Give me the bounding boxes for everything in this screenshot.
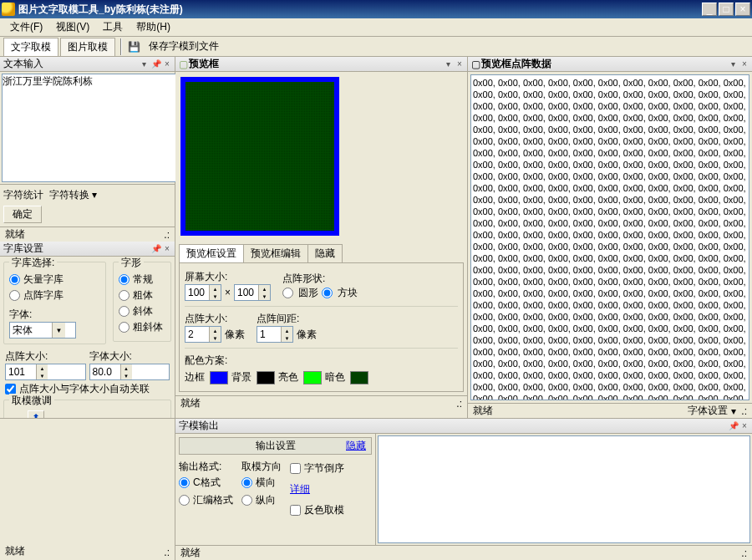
radio-bold[interactable] (119, 290, 130, 301)
font-combo-input[interactable] (10, 324, 52, 336)
detail-link[interactable]: 详细 (290, 482, 344, 496)
left-status-1: 就绪.: (0, 227, 175, 242)
pv-dot-size-spinner[interactable]: ▲▼ (185, 326, 221, 343)
status-text: 就绪 (180, 546, 201, 560)
fmt-c-radio[interactable] (179, 477, 190, 488)
tab-image-mode[interactable]: 图片取模 (60, 38, 115, 56)
px-label: 像素 (225, 328, 245, 342)
text-input[interactable]: 浙江万里学院陈利栋 (2, 74, 176, 182)
hex-data-area[interactable]: 0x00, 0x00, 0x00, 0x00, 0x00, 0x00, 0x00… (470, 74, 749, 400)
px-label: 像素 (297, 328, 317, 342)
font-size-input[interactable] (90, 364, 120, 379)
output-textarea[interactable] (378, 435, 750, 543)
maximize-button[interactable]: □ (719, 3, 734, 16)
bg-swatch[interactable] (257, 371, 275, 384)
radio-bitmap[interactable] (9, 290, 20, 301)
spin-up-icon[interactable]: ▲ (120, 364, 132, 372)
spin-down-icon[interactable]: ▼ (36, 372, 48, 379)
main-area: 文本输入 ▾ 📌 × 浙江万里学院陈利栋 字符统计 字符转换 ▾ 确定 就绪.:… (0, 57, 752, 418)
dir-h-radio[interactable] (241, 477, 252, 488)
pv-gap-label: 点阵间距: (257, 312, 317, 326)
dot-size-input[interactable] (6, 364, 36, 379)
font-size-label: 字体大小: (89, 349, 170, 364)
dropdown-icon[interactable]: ▾ (444, 59, 452, 69)
pin-icon[interactable]: 📌 (729, 421, 737, 430)
output-format-label: 输出格式: (179, 460, 233, 474)
menu-bar: 文件(F) 视图(V) 工具 帮助(H) (0, 18, 752, 37)
inv-check[interactable] (290, 505, 301, 516)
pin-icon[interactable]: 📌 (151, 59, 160, 69)
dropdown-icon[interactable]: ▾ (140, 59, 148, 69)
center-column: ▢ 预览框 ▾ × 预览框设置 预览框编辑 隐藏 屏幕大小: ▲▼ × (175, 57, 468, 418)
preview-status: 就绪.: (175, 395, 467, 410)
minimize-button[interactable]: _ (702, 3, 717, 16)
char-stat-button[interactable]: 字符统计 (3, 189, 43, 201)
pv-gap-spinner[interactable]: ▲▼ (257, 326, 293, 343)
preview-header: ▢ 预览框 ▾ × (175, 57, 467, 72)
status-text: 就绪 (180, 396, 201, 410)
font-size-spinner[interactable]: ▲▼ (89, 364, 170, 380)
save-icon: 💾 (127, 40, 140, 53)
shape-square-radio[interactable] (322, 288, 333, 298)
char-tools: 字符统计 字符转换 ▾ 确定 (0, 184, 175, 227)
dir-h-label: 横向 (256, 476, 276, 490)
left-column: 文本输入 ▾ 📌 × 浙江万里学院陈利栋 字符统计 字符转换 ▾ 确定 就绪.:… (0, 57, 175, 418)
screen-h-spinner[interactable]: ▲▼ (234, 284, 271, 301)
pv-dot-size-input[interactable] (185, 327, 209, 342)
hex-status: 就绪 字体设置 ▾ .: (468, 403, 752, 418)
spin-down-icon[interactable]: ▼ (120, 372, 132, 379)
radio-regular[interactable] (119, 274, 130, 285)
times-label: × (225, 287, 231, 298)
dir-v-radio[interactable] (241, 495, 252, 506)
pv-gap-input[interactable] (257, 327, 281, 342)
save-font-button[interactable]: 保存字模到文件 (142, 38, 226, 55)
left-bottom-spacer: 就绪.: (0, 419, 175, 560)
off-swatch[interactable] (350, 371, 368, 384)
arrow-up-button[interactable]: ⬆ (28, 410, 44, 418)
dropdown-icon[interactable]: ▾ (729, 59, 737, 69)
spin-up-icon[interactable]: ▲ (36, 364, 48, 372)
pin-icon[interactable]: 📌 (151, 244, 160, 253)
fmt-asm-radio[interactable] (179, 495, 190, 506)
screen-w-input[interactable] (185, 285, 209, 300)
radio-vector[interactable] (9, 274, 20, 285)
close-panel-icon[interactable]: × (740, 421, 749, 430)
menu-file[interactable]: 文件(F) (3, 18, 49, 36)
fmt-asm-label: 汇编格式 (193, 493, 233, 507)
fmt-c-label: C格式 (193, 476, 221, 490)
close-panel-icon[interactable]: × (740, 59, 749, 69)
shape-round-radio[interactable] (282, 288, 293, 298)
font-combo[interactable]: ▼ (9, 322, 76, 339)
hex-font-setting[interactable]: 字体设置 (688, 404, 728, 418)
byte-rev-check[interactable] (290, 463, 301, 474)
tab-preview-edit[interactable]: 预览框编辑 (243, 244, 308, 262)
menu-tools[interactable]: 工具 (96, 18, 130, 36)
screen-h-input[interactable] (235, 285, 258, 300)
close-panel-icon[interactable]: × (163, 244, 171, 253)
radio-bolditalic[interactable] (119, 322, 130, 333)
screen-w-spinner[interactable]: ▲▼ (185, 284, 221, 301)
on-swatch[interactable] (303, 371, 322, 384)
chevron-down-icon[interactable]: ▼ (52, 323, 65, 338)
tab-preview-hide[interactable]: 隐藏 (307, 244, 343, 262)
menu-help[interactable]: 帮助(H) (130, 18, 177, 36)
preview-icon: ▢ (179, 59, 189, 70)
output-body: 输出设置 隐藏 输出格式: C格式 汇编格式 取模方向 横向 纵向 (175, 434, 752, 545)
preview-title: 预览框 (189, 57, 440, 71)
hex-header: ▢ 预览框点阵数据 ▾ × (468, 57, 752, 72)
close-panel-icon[interactable]: × (163, 59, 171, 69)
close-button[interactable]: × (735, 3, 750, 16)
border-swatch[interactable] (210, 371, 228, 384)
preview-canvas[interactable] (180, 77, 339, 236)
char-conv-button[interactable]: 字符转换 ▾ (49, 189, 97, 201)
ok-button[interactable]: 确定 (3, 206, 42, 223)
dir-v-label: 纵向 (256, 493, 276, 507)
menu-view[interactable]: 视图(V) (49, 18, 96, 36)
tab-text-mode[interactable]: 文字取模 (3, 38, 58, 56)
tab-preview-settings[interactable]: 预览框设置 (179, 244, 244, 262)
close-panel-icon[interactable]: × (455, 59, 464, 69)
byte-rev-label: 字节倒序 (304, 461, 344, 476)
dot-size-spinner[interactable]: ▲▼ (5, 364, 86, 380)
output-hide-link[interactable]: 隐藏 (346, 439, 366, 453)
radio-italic[interactable] (119, 306, 130, 317)
